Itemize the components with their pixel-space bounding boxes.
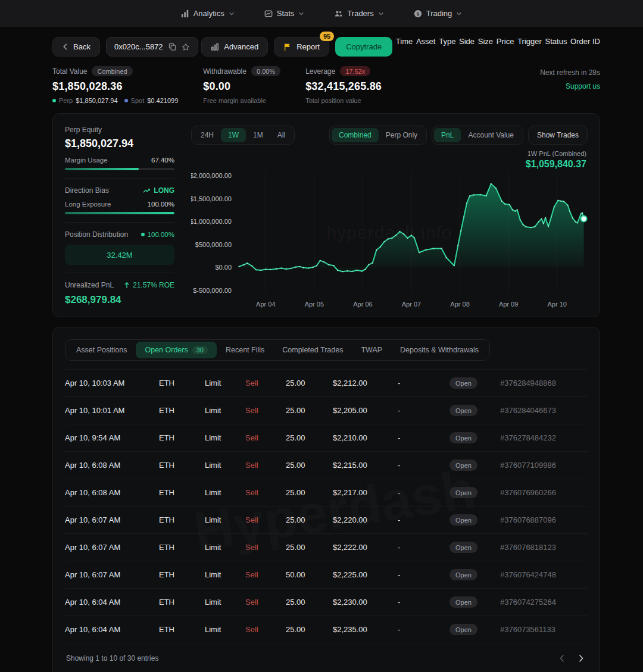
order-row[interactable]: Apr 10, 6:08 AMETHLimitSell25.00$2,215.0… — [65, 451, 588, 479]
favorite-star-button[interactable] — [182, 43, 190, 51]
order-row[interactable]: Apr 10, 6:07 AMETHLimitSell50.00$2,225.0… — [65, 561, 588, 588]
prev-page-button[interactable] — [557, 653, 567, 664]
leverage-value: $32,415,265.86 — [305, 80, 382, 93]
copytrade-label: Copytrade — [346, 42, 382, 51]
nav-item-traders[interactable]: Traders — [334, 9, 383, 18]
back-label: Back — [73, 42, 90, 51]
column-header-asset: Asset — [416, 37, 436, 46]
tab-deposits-withdrawals[interactable]: Deposits & Withdrawals — [391, 342, 488, 358]
side-cell: Sell — [245, 508, 286, 532]
view-account-value[interactable]: Account Value — [461, 128, 521, 142]
top-navbar: Analytics Stats Traders $ Trading — [0, 0, 643, 27]
side-cell: Sell — [245, 453, 286, 477]
tab-completed-trades[interactable]: Completed Trades — [273, 342, 352, 358]
status-badge: Open — [450, 596, 477, 608]
type-cell: Limit — [205, 371, 245, 395]
nav-label: Traders — [347, 9, 373, 18]
side-cell: Sell — [245, 590, 286, 614]
tab-recent-fills[interactable]: Recent Fills — [217, 342, 273, 358]
type-cell: Limit — [205, 508, 245, 532]
size-cell: 25.00 — [286, 453, 333, 477]
advanced-button[interactable]: Advanced — [201, 37, 268, 57]
account-stats-row: Total Value Combined $1,850,028.36 Perp … — [52, 66, 600, 104]
status-cell: Open — [450, 561, 500, 588]
size-cell: 25.00 — [286, 398, 333, 423]
support-us-link[interactable]: Support us — [540, 82, 600, 90]
trigger-cell: - — [398, 562, 450, 587]
trigger-cell: - — [398, 398, 450, 423]
range-1w[interactable]: 1W — [221, 128, 246, 142]
price-cell: $2,215.00 — [333, 453, 398, 477]
trigger-cell: - — [398, 480, 450, 505]
position-distribution-pct: 100.00% — [148, 231, 174, 238]
advanced-label: Advanced — [224, 42, 258, 51]
range-all[interactable]: All — [270, 128, 292, 142]
type-cell: Limit — [205, 535, 245, 560]
traders-icon — [334, 10, 343, 18]
margin-usage-label: Margin Usage — [65, 157, 108, 164]
time-cell: Apr 10, 6:04 AM — [65, 590, 159, 614]
order-row[interactable]: Apr 10, 6:08 AMETHLimitSell25.00$2,217.0… — [65, 479, 588, 506]
status-cell: Open — [450, 589, 500, 615]
back-button[interactable]: Back — [52, 37, 100, 57]
mode-perp-only[interactable]: Perp Only — [379, 128, 424, 142]
long-exposure-fill — [65, 212, 174, 214]
view-group: PnLAccount Value — [432, 126, 523, 145]
star-icon — [182, 43, 190, 51]
order-row[interactable]: Apr 10, 10:03 AMETHLimitSell25.00$2,212.… — [65, 369, 588, 396]
range-24h[interactable]: 24H — [193, 128, 221, 142]
status-badge: Open — [450, 405, 477, 416]
chart-column: 24H1W1MAll CombinedPerp Only PnLAccount … — [191, 126, 588, 305]
asset-cell: ETH — [159, 535, 205, 560]
order-row[interactable]: Apr 10, 9:54 AMETHLimitSell25.00$2,210.0… — [65, 424, 588, 451]
position-distribution-segment[interactable]: 32.42M — [65, 245, 174, 265]
copy-address-button[interactable] — [168, 43, 176, 51]
chevron-down-icon — [229, 11, 235, 17]
status-cell: Open — [450, 452, 500, 479]
order-row[interactable]: Apr 10, 6:07 AMETHLimitSell25.00$2,222.0… — [65, 533, 588, 561]
flag-icon — [283, 43, 292, 51]
next-page-button[interactable] — [576, 653, 586, 664]
view-pnl[interactable]: PnL — [434, 128, 461, 142]
bar-chart-icon — [181, 10, 189, 18]
pnl-chart-area[interactable]: hyperdash.info Apr 04Apr 05Apr 06Apr 07A… — [191, 170, 588, 313]
status-badge: Open — [450, 487, 477, 498]
tab-open-orders[interactable]: Open Orders30 — [136, 342, 217, 358]
show-trades-button[interactable]: Show Trades — [528, 126, 588, 145]
tab-label: Asset Positions — [76, 346, 127, 354]
svg-text:$500,000.00: $500,000.00 — [195, 241, 232, 248]
copytrade-button[interactable]: Copytrade — [335, 37, 392, 57]
range-1m[interactable]: 1M — [246, 128, 270, 142]
nav-item-trading[interactable]: $ Trading — [414, 9, 463, 18]
svg-text:Apr 05: Apr 05 — [305, 301, 324, 308]
type-cell: Limit — [205, 617, 245, 642]
tab-count-badge: 30 — [192, 346, 208, 354]
type-cell: Limit — [205, 453, 245, 477]
order-row[interactable]: Apr 10, 6:07 AMETHLimitSell25.00$2,220.0… — [65, 506, 588, 533]
tab-label: Completed Trades — [282, 346, 343, 354]
size-cell: 25.00 — [286, 480, 333, 505]
asset-cell: ETH — [159, 453, 205, 477]
wallet-address: 0x020c...5872 — [114, 42, 163, 51]
order-id-cell: #376076424748 — [500, 562, 588, 587]
order-row[interactable]: Apr 10, 10:01 AMETHLimitSell25.00$2,205.… — [65, 396, 588, 424]
nav-item-analytics[interactable]: Analytics — [181, 9, 235, 18]
stat-leverage: Leverage 17.52x $32,415,265.86 Total pos… — [305, 66, 382, 104]
long-exposure-label: Long Exposure — [65, 201, 111, 208]
tab-asset-positions[interactable]: Asset Positions — [67, 342, 136, 358]
column-header-size: Size — [478, 37, 493, 46]
nav-label: Analytics — [193, 9, 224, 18]
withdrawable-label: Withdrawable — [203, 67, 246, 76]
tab-twap[interactable]: TWAP — [352, 342, 391, 358]
svg-text:Apr 06: Apr 06 — [353, 301, 372, 308]
size-cell: 50.00 — [286, 562, 333, 587]
side-cell: Sell — [245, 480, 286, 505]
mode-combined[interactable]: Combined — [332, 128, 379, 142]
chevron-down-icon — [298, 11, 304, 17]
equity-chart-card: Perp Equity $1,850,027.94 Margin Usage 6… — [52, 113, 600, 317]
order-row[interactable]: Apr 10, 6:04 AMETHLimitSell25.00$2,235.0… — [65, 615, 588, 643]
price-cell: $2,212.00 — [333, 371, 398, 395]
nav-item-stats[interactable]: Stats — [264, 9, 305, 18]
order-row[interactable]: Apr 10, 6:04 AMETHLimitSell25.00$2,230.0… — [65, 588, 588, 615]
order-id-cell: #376284948868 — [500, 371, 588, 395]
